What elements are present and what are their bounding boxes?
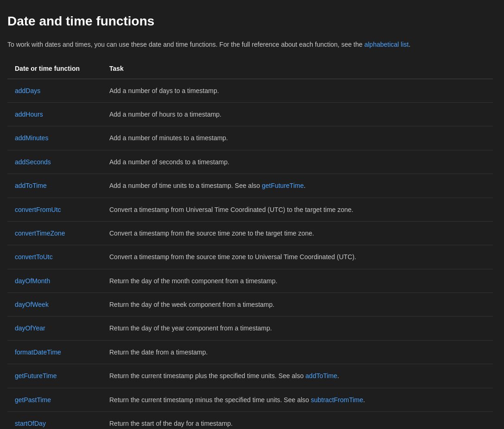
function-cell: convertToUtc (7, 245, 109, 269)
table-row: convertToUtcConvert a timestamp from the… (7, 245, 493, 269)
task-suffix: . (304, 182, 306, 189)
intro-suffix: . (409, 41, 410, 48)
function-link[interactable]: addSeconds (15, 158, 51, 166)
function-cell: addDays (7, 79, 109, 102)
task-cell: Add a number of hours to a timestamp. (109, 102, 493, 126)
task-text: Convert a timestamp from the source time… (109, 230, 314, 237)
function-cell: getFutureTime (7, 364, 109, 388)
task-cell: Return the day of the year component fro… (109, 317, 493, 340)
task-cell: Return the current timestamp minus the s… (109, 388, 493, 411)
table-row: dayOfYearReturn the day of the year comp… (7, 317, 493, 340)
task-cell: Add a number of days to a timestamp. (109, 79, 493, 102)
function-cell: addSeconds (7, 150, 109, 174)
task-cell: Convert a timestamp from the source time… (109, 221, 493, 245)
task-cell: Convert a timestamp from the source time… (109, 245, 493, 269)
task-cell: Return the day of the week component fro… (109, 293, 493, 317)
task-text: Return the day of the year component fro… (109, 324, 272, 332)
table-row: convertTimeZoneConvert a timestamp from … (7, 221, 493, 245)
function-cell: addMinutes (7, 126, 109, 150)
table-row: getFutureTimeReturn the current timestam… (7, 364, 493, 388)
function-cell: addHours (7, 102, 109, 126)
table-row: addToTimeAdd a number of time units to a… (7, 174, 493, 198)
function-cell: convertFromUtc (7, 198, 109, 221)
table-row: startOfDayReturn the start of the day fo… (7, 412, 493, 429)
task-cell: Add a number of seconds to a timestamp. (109, 150, 493, 174)
function-cell: getPastTime (7, 388, 109, 411)
task-text: Return the day of the week component fro… (109, 301, 274, 308)
table-header-row: Date or time function Task (7, 59, 493, 79)
task-text: Add a number of seconds to a timestamp. (109, 158, 229, 166)
function-cell: dayOfWeek (7, 293, 109, 317)
table-row: dayOfMonthReturn the day of the month co… (7, 269, 493, 292)
function-link[interactable]: convertFromUtc (15, 206, 61, 213)
function-link[interactable]: addMinutes (15, 134, 48, 142)
function-link[interactable]: addDays (15, 87, 40, 94)
function-link[interactable]: addToTime (15, 182, 47, 189)
task-text: Add a number of hours to a timestamp. (109, 111, 221, 118)
task-text: Add a number of days to a timestamp. (109, 87, 219, 94)
function-cell: addToTime (7, 174, 109, 198)
task-suffix: . (337, 372, 339, 379)
function-cell: dayOfMonth (7, 269, 109, 292)
functions-table: Date or time function Task addDaysAdd a … (7, 59, 493, 429)
table-row: dayOfWeekReturn the day of the week comp… (7, 293, 493, 317)
alphabetical-list-link[interactable]: alphabetical list (364, 41, 409, 48)
task-text: Convert a timestamp from the source time… (109, 253, 356, 261)
task-cell: Add a number of minutes to a timestamp. (109, 126, 493, 150)
task-inline-link[interactable]: getFutureTime (262, 182, 304, 189)
task-text: Add a number of time units to a timestam… (109, 182, 262, 189)
task-text: Return the day of the month component fr… (109, 277, 277, 285)
function-link[interactable]: convertTimeZone (15, 230, 65, 237)
task-text: Add a number of minutes to a timestamp. (109, 134, 228, 142)
task-suffix: . (363, 396, 365, 404)
task-cell: Return the day of the month component fr… (109, 269, 493, 292)
task-cell: Convert a timestamp from Universal Time … (109, 198, 493, 221)
table-row: addMinutesAdd a number of minutes to a t… (7, 126, 493, 150)
function-cell: formatDateTime (7, 340, 109, 364)
function-link[interactable]: dayOfYear (15, 324, 45, 332)
task-cell: Return the current timestamp plus the sp… (109, 364, 493, 388)
task-text: Return the start of the day for a timest… (109, 420, 233, 427)
task-cell: Return the date from a timestamp. (109, 340, 493, 364)
function-link[interactable]: startOfDay (15, 420, 46, 427)
table-row: addSecondsAdd a number of seconds to a t… (7, 150, 493, 174)
page-title: Date and time functions (7, 11, 493, 32)
function-link[interactable]: convertToUtc (15, 253, 53, 261)
intro-paragraph: To work with dates and times, you can us… (7, 39, 493, 50)
table-row: formatDateTimeReturn the date from a tim… (7, 340, 493, 364)
col-header-task: Task (109, 59, 493, 79)
function-cell: dayOfYear (7, 317, 109, 340)
table-row: getPastTimeReturn the current timestamp … (7, 388, 493, 411)
task-text: Return the current timestamp minus the s… (109, 396, 311, 404)
intro-text: To work with dates and times, you can us… (7, 41, 363, 48)
task-cell: Add a number of time units to a timestam… (109, 174, 493, 198)
function-link[interactable]: getFutureTime (15, 372, 57, 379)
table-row: convertFromUtcConvert a timestamp from U… (7, 198, 493, 221)
table-row: addDaysAdd a number of days to a timesta… (7, 79, 493, 102)
col-header-function: Date or time function (7, 59, 109, 79)
table-row: addHoursAdd a number of hours to a times… (7, 102, 493, 126)
task-inline-link[interactable]: addToTime (305, 372, 337, 379)
task-text: Convert a timestamp from Universal Time … (109, 206, 353, 213)
function-link[interactable]: formatDateTime (15, 348, 61, 356)
task-inline-link[interactable]: subtractFromTime (311, 396, 363, 404)
function-cell: startOfDay (7, 412, 109, 429)
function-link[interactable]: getPastTime (15, 396, 51, 404)
function-link[interactable]: addHours (15, 111, 43, 118)
task-text: Return the current timestamp plus the sp… (109, 372, 305, 379)
task-cell: Return the start of the day for a timest… (109, 412, 493, 429)
function-link[interactable]: dayOfMonth (15, 277, 50, 285)
function-cell: convertTimeZone (7, 221, 109, 245)
function-link[interactable]: dayOfWeek (15, 301, 49, 308)
task-text: Return the date from a timestamp. (109, 348, 208, 356)
